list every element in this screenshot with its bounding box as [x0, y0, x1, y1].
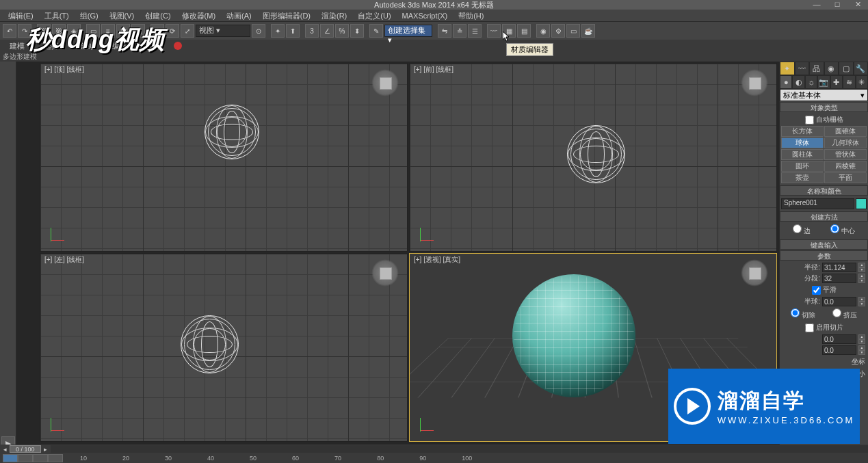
spin-down-icon[interactable]: ▼: [858, 350, 865, 355]
viewport-left[interactable]: [+] [左] [线框]: [40, 253, 408, 442]
refcoord-combo[interactable]: 视图 ▾: [196, 25, 250, 37]
menu-group[interactable]: 组(G): [75, 10, 104, 22]
shapes-tab[interactable]: ◐: [792, 75, 804, 89]
menu-views[interactable]: 视图(V): [104, 10, 140, 22]
lights-tab[interactable]: ☼: [805, 75, 817, 89]
tube-button[interactable]: 管状体: [824, 149, 867, 160]
viewport-layout-icon[interactable]: [3, 454, 63, 462]
menu-rendering[interactable]: 渲染(R): [316, 10, 352, 22]
sphere-wireframe[interactable]: [181, 315, 239, 373]
modify-tab[interactable]: 〰: [795, 62, 810, 75]
render-button[interactable]: ☕: [581, 24, 595, 38]
smooth-check[interactable]: [812, 286, 821, 295]
rollout-objtype[interactable]: 对象类型: [780, 102, 868, 112]
spacewarps-tab[interactable]: ≋: [843, 75, 855, 89]
viewport-top[interactable]: [+] [顶] [线框]: [40, 63, 408, 252]
spin-up-icon[interactable]: ▲: [858, 334, 865, 339]
keymode-button[interactable]: ⬆: [286, 24, 300, 38]
spin-down-icon[interactable]: ▼: [858, 267, 865, 272]
percent-snap-button[interactable]: %: [335, 24, 349, 38]
dopesheet-button[interactable]: ▤: [517, 24, 531, 38]
category-combo[interactable]: 标准基本体▾: [780, 89, 868, 101]
sphere-wireframe[interactable]: [567, 125, 625, 183]
timeslider-prev[interactable]: ◂: [0, 446, 10, 453]
snap-button[interactable]: 3: [305, 24, 319, 38]
spin-down-icon[interactable]: ▼: [858, 278, 865, 283]
timeslider-next[interactable]: ▸: [41, 446, 51, 453]
motion-tab[interactable]: ◉: [824, 62, 839, 75]
namedsel-edit-button[interactable]: ✎: [369, 24, 383, 38]
object-color-swatch[interactable]: [856, 198, 867, 209]
layer-button[interactable]: ☰: [468, 24, 482, 38]
namedselset-combo[interactable]: 创建选择集 ▾: [384, 25, 432, 37]
spin-down-icon[interactable]: ▼: [858, 339, 865, 344]
helpers-tab[interactable]: ✚: [830, 75, 843, 89]
hierarchy-tab[interactable]: 品: [809, 62, 824, 75]
time-track[interactable]: [51, 445, 868, 453]
spin-up-icon[interactable]: ▲: [858, 263, 865, 267]
menu-create[interactable]: 创建(C): [140, 10, 176, 22]
menu-tools[interactable]: 工具(T): [39, 10, 75, 22]
rollout-namecolor[interactable]: 名称和颜色: [780, 185, 868, 196]
record-icon[interactable]: [174, 42, 182, 50]
systems-tab[interactable]: ✳: [856, 75, 868, 89]
chop-radio[interactable]: [791, 308, 800, 317]
menu-customize[interactable]: 自定义(U): [352, 10, 396, 22]
viewport-label-front[interactable]: [+] [前] [线框]: [414, 65, 453, 75]
edge-radio[interactable]: [793, 224, 802, 233]
mirror-button[interactable]: ⇋: [438, 24, 451, 38]
squash-radio[interactable]: [832, 308, 841, 317]
viewport-label-top[interactable]: [+] [顶] [线框]: [44, 65, 84, 75]
viewcube-icon[interactable]: [741, 259, 768, 287]
sliceto-spinner[interactable]: 0.0: [822, 345, 856, 355]
sphere-shaded[interactable]: [512, 274, 635, 397]
pivot-button[interactable]: ⊙: [252, 24, 265, 38]
pyramid-button[interactable]: 四棱锥: [824, 161, 867, 172]
viewcube-icon[interactable]: [371, 259, 399, 287]
create-tab[interactable]: ✦: [780, 62, 795, 75]
sphere-wireframe[interactable]: [205, 105, 259, 159]
sphere-button[interactable]: 球体: [781, 137, 824, 148]
viewport-label-persp[interactable]: [+] [透视] [真实]: [414, 255, 460, 265]
material-editor-button[interactable]: ◉: [536, 24, 550, 38]
cylinder-button[interactable]: 圆柱体: [781, 149, 824, 160]
torus-button[interactable]: 圆环: [781, 161, 824, 172]
object-name-input[interactable]: Sphere001: [781, 198, 854, 209]
minimize-button[interactable]: —: [806, 0, 827, 10]
menu-animation[interactable]: 动画(A): [221, 10, 257, 22]
viewport-front[interactable]: [+] [前] [线框]: [409, 63, 777, 252]
angle-snap-button[interactable]: ∠: [320, 24, 334, 38]
rollout-keyboard[interactable]: 键盘输入: [780, 239, 868, 250]
close-button[interactable]: ✕: [847, 0, 868, 10]
rendered-frame-button[interactable]: ▭: [566, 24, 580, 38]
plane-button[interactable]: 平面: [824, 172, 867, 183]
rollout-creation[interactable]: 创建方法: [780, 211, 868, 222]
menu-edit[interactable]: 编辑(E): [3, 10, 39, 22]
cone-button[interactable]: 圆锥体: [824, 126, 867, 137]
rollout-params[interactable]: 参数: [780, 250, 868, 261]
menu-help[interactable]: 帮助(H): [453, 10, 489, 22]
box-button[interactable]: 长方体: [781, 126, 824, 137]
maximize-button[interactable]: □: [827, 0, 847, 10]
menu-maxscript[interactable]: MAXScript(X): [397, 10, 453, 22]
scale-button[interactable]: ⤢: [181, 24, 194, 38]
spin-up-icon[interactable]: ▲: [858, 297, 865, 302]
spin-down-icon[interactable]: ▼: [858, 302, 865, 306]
display-tab[interactable]: ▢: [839, 62, 854, 75]
time-slider-thumb[interactable]: 0 / 100: [10, 445, 41, 453]
menu-modifiers[interactable]: 修改器(M): [176, 10, 222, 22]
slicefrom-spinner[interactable]: 0.0: [822, 334, 856, 344]
viewcube-icon[interactable]: [741, 69, 768, 96]
segments-spinner[interactable]: 32: [822, 274, 856, 283]
selectmanip-button[interactable]: ✦: [271, 24, 285, 38]
spin-up-icon[interactable]: ▲: [858, 274, 865, 278]
align-button[interactable]: ≛: [453, 24, 466, 38]
viewport-label-left[interactable]: [+] [左] [线框]: [44, 255, 84, 265]
spinner-snap-button[interactable]: ⬍: [350, 24, 364, 38]
curveeditor-button[interactable]: 〰: [487, 24, 501, 38]
center-radio[interactable]: [830, 224, 839, 233]
rotate-button[interactable]: ⟳: [166, 24, 179, 38]
menu-grapheditors[interactable]: 图形编辑器(D): [257, 10, 316, 22]
undo-button[interactable]: ↶: [3, 24, 16, 38]
render-setup-button[interactable]: ⚙: [551, 24, 565, 38]
